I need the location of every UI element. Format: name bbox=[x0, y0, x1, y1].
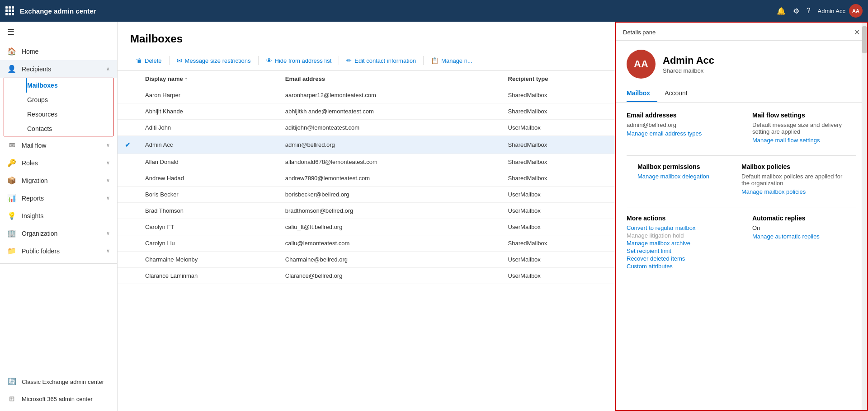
migration-icon: 📦 bbox=[7, 176, 16, 185]
col-recipient-type[interactable]: Recipient type bbox=[501, 71, 615, 87]
waffle-icon[interactable] bbox=[5, 6, 14, 15]
sidebar-item-home-label: Home bbox=[22, 48, 110, 55]
mailboxes-data-table: Display name ↑ Email address Recipient t… bbox=[118, 71, 615, 284]
table-row[interactable]: Charmaine Melonby Charmaine@bellred.org … bbox=[118, 252, 615, 268]
table-row[interactable]: Clarance Laminman Clarance@bellred.org U… bbox=[118, 268, 615, 284]
tab-mailbox[interactable]: Mailbox bbox=[627, 86, 657, 102]
details-body: AA Admin Acc Shared mailbox Mailbox Acco… bbox=[616, 41, 867, 410]
row-display-name: Carolyn FT bbox=[138, 219, 278, 235]
row-check bbox=[118, 252, 138, 268]
sidebar-hamburger[interactable]: ☰ bbox=[0, 22, 117, 42]
mailbox-permissions-title: Mailbox permissions bbox=[637, 163, 741, 170]
settings-icon[interactable]: ⚙ bbox=[793, 7, 799, 15]
details-pane-header: Details pane ✕ bbox=[616, 23, 867, 41]
table-row[interactable]: Aditi John aditijohn@lemonteatest.com Us… bbox=[118, 120, 615, 136]
edit-contact-label: Edit contact information bbox=[354, 57, 416, 64]
manage-mail-flow-link[interactable]: Manage mail flow settings bbox=[752, 137, 856, 144]
mailbox-archive-link[interactable]: Manage mailbox archive bbox=[627, 240, 734, 247]
notification-icon[interactable]: 🔔 bbox=[777, 7, 786, 15]
sidebar-item-mailflow-label: Mail flow bbox=[22, 142, 101, 149]
recover-deleted-link[interactable]: Recover deleted items bbox=[627, 255, 734, 262]
sidebar-item-insights[interactable]: 💡 Insights bbox=[0, 207, 117, 224]
email-addresses-title: Email addresses bbox=[627, 112, 734, 119]
table-row[interactable]: Boris Becker borisbecker@bellred.org Use… bbox=[118, 187, 615, 203]
reports-icon: 📊 bbox=[7, 194, 16, 202]
recipients-icon: 👤 bbox=[7, 65, 16, 73]
convert-mailbox-link[interactable]: Convert to regular mailbox bbox=[627, 224, 734, 231]
manage-email-address-link[interactable]: Manage email address types bbox=[627, 130, 734, 137]
row-check bbox=[118, 154, 138, 170]
table-row[interactable]: Brad Thomson bradthomson@bellred.org Use… bbox=[118, 203, 615, 219]
sidebar-item-classic-eac[interactable]: 🔄 Classic Exchange admin center bbox=[0, 373, 117, 390]
row-email: andrew7890@lemonteatest.com bbox=[278, 170, 501, 187]
sidebar-item-roles[interactable]: 🔑 Roles ∨ bbox=[0, 154, 117, 172]
manage-mailbox-delegation-link[interactable]: Manage mailbox delegation bbox=[637, 173, 741, 180]
table-row[interactable]: Allan Donald allandonald678@lemonteatest… bbox=[118, 154, 615, 170]
reports-chevron-icon: ∨ bbox=[106, 195, 110, 201]
recipient-limit-link[interactable]: Set recipient limit bbox=[627, 248, 734, 254]
mail-flow-title: Mail flow settings bbox=[752, 112, 856, 119]
details-name: Admin Acc bbox=[663, 55, 714, 66]
row-email: Clarance@bellred.org bbox=[278, 268, 501, 284]
edit-contact-button[interactable]: ✏ Edit contact information bbox=[341, 54, 421, 67]
details-tabs: Mailbox Account bbox=[616, 86, 867, 103]
sidebar-item-migration[interactable]: 📦 Migration ∨ bbox=[0, 172, 117, 189]
recipients-sub-items: Mailboxes Groups Resources Contacts bbox=[4, 78, 113, 136]
classic-eac-icon: 🔄 bbox=[7, 378, 16, 386]
col-email[interactable]: Email address bbox=[278, 71, 501, 87]
sidebar-item-contacts[interactable]: Contacts bbox=[26, 121, 113, 136]
table-row[interactable]: Abhijit Khande abhijitkh ande@lemonteate… bbox=[118, 103, 615, 120]
row-recipient-type: SharedMailbox bbox=[501, 103, 615, 120]
user-menu[interactable]: Admin Acc AA bbox=[818, 4, 863, 18]
col-display-name[interactable]: Display name ↑ bbox=[138, 71, 278, 87]
table-row[interactable]: Carolyn FT caliu_ft@ft.bellred.org UserM… bbox=[118, 219, 615, 235]
tab-account[interactable]: Account bbox=[657, 86, 695, 102]
section-more-actions: More actions Convert to regular mailbox … bbox=[627, 215, 741, 280]
mailflow-chevron-icon: ∨ bbox=[106, 142, 110, 148]
user-avatar: AA bbox=[849, 4, 863, 18]
sidebar-item-groups[interactable]: Groups bbox=[26, 93, 113, 107]
sidebar-item-organization[interactable]: 🏢 Organization ∨ bbox=[0, 224, 117, 242]
m365-icon: ⊞ bbox=[7, 395, 16, 403]
hide-address-button[interactable]: 👁 Hide from address list bbox=[260, 54, 337, 67]
sidebar-item-public-folders[interactable]: 📁 Public folders ∨ bbox=[0, 242, 117, 260]
home-icon: 🏠 bbox=[7, 47, 16, 56]
row-check bbox=[118, 120, 138, 136]
sidebar-item-recipients[interactable]: 👤 Recipients ∧ bbox=[0, 60, 117, 78]
help-icon[interactable]: ? bbox=[807, 7, 811, 15]
row-display-name: Aditi John bbox=[138, 120, 278, 136]
sidebar-item-m365[interactable]: ⊞ Microsoft 365 admin center bbox=[0, 390, 117, 407]
table-row[interactable]: Andrew Hadad andrew7890@lemonteatest.com… bbox=[118, 170, 615, 187]
delete-icon: 🗑 bbox=[136, 57, 142, 64]
row-email: aaronharper12@lemonteatest.com bbox=[278, 87, 501, 103]
row-recipient-type: SharedMailbox bbox=[501, 235, 615, 252]
row-recipient-type: UserMailbox bbox=[501, 203, 615, 219]
manage-automatic-replies-link[interactable]: Manage automatic replies bbox=[752, 233, 856, 240]
row-display-name: Charmaine Melonby bbox=[138, 252, 278, 268]
details-scrollbar[interactable] bbox=[862, 23, 867, 410]
table-row[interactable]: Carolyn Liu caliu@lemonteatest.com Share… bbox=[118, 235, 615, 252]
row-check bbox=[118, 219, 138, 235]
row-display-name: Brad Thomson bbox=[138, 203, 278, 219]
sidebar-item-roles-label: Roles bbox=[22, 159, 101, 167]
table-row[interactable]: Aaron Harper aaronharper12@lemonteatest.… bbox=[118, 87, 615, 103]
row-check bbox=[118, 87, 138, 103]
sidebar-item-mailflow[interactable]: ✉ Mail flow ∨ bbox=[0, 136, 117, 154]
manage-mailbox-policies-link[interactable]: Manage mailbox policies bbox=[741, 188, 849, 195]
sidebar-item-recipients-label: Recipients bbox=[22, 65, 101, 73]
sidebar-item-reports[interactable]: 📊 Reports ∨ bbox=[0, 189, 117, 207]
row-check bbox=[118, 203, 138, 219]
details-close-button[interactable]: ✕ bbox=[854, 28, 860, 37]
sidebar-item-resources[interactable]: Resources bbox=[26, 107, 113, 121]
sidebar-item-mailboxes[interactable]: Mailboxes bbox=[26, 78, 113, 93]
manage-button[interactable]: 📋 Manage n... bbox=[425, 54, 478, 67]
delete-button[interactable]: 🗑 Delete bbox=[130, 54, 167, 67]
sidebar-item-home[interactable]: 🏠 Home bbox=[0, 42, 117, 60]
row-recipient-type: SharedMailbox bbox=[501, 154, 615, 170]
table-row[interactable]: ✔ Admin Acc admin@bellred.org SharedMail… bbox=[118, 136, 615, 154]
m365-label: Microsoft 365 admin center bbox=[22, 396, 93, 402]
message-size-button[interactable]: ✉ Message size restrictions bbox=[171, 54, 256, 67]
email-address-value: admin@bellred.org bbox=[627, 121, 734, 128]
custom-attributes-link[interactable]: Custom attributes bbox=[627, 263, 734, 270]
row-email: allandonald678@lemonteatest.com bbox=[278, 154, 501, 170]
